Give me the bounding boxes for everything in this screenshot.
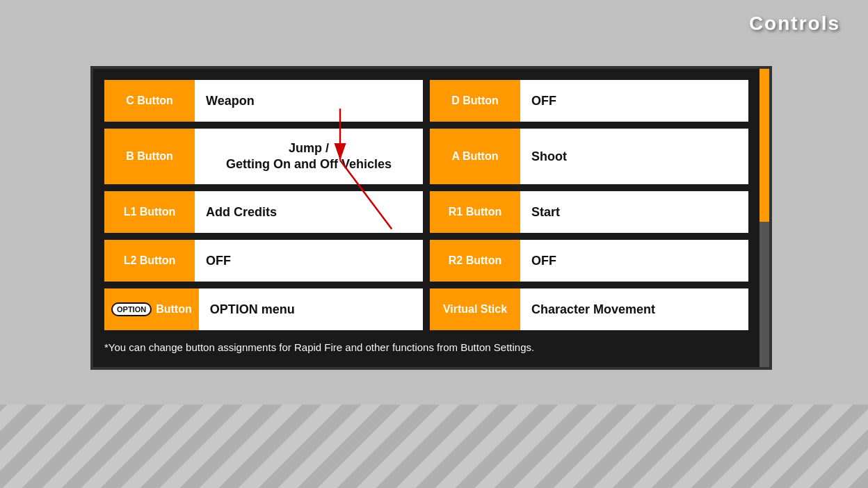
note-text: *You can change button assignments for R… xyxy=(104,340,748,356)
controls-grid: C Button Weapon D Button OFF B Button Ju… xyxy=(104,80,748,330)
l2-button-item: L2 Button OFF xyxy=(104,240,423,282)
d-button-label: D Button xyxy=(430,80,520,122)
b-button-value-line2: Getting On and Off Vehicles xyxy=(226,156,392,172)
control-row-3: L1 Button Add Credits R1 Button Start xyxy=(104,191,748,233)
b-button-item: B Button Jump / Getting On and Off Vehic… xyxy=(104,129,423,184)
virtual-stick-item: Virtual Stick Character Movement xyxy=(430,288,748,330)
a-button-item: A Button Shoot xyxy=(430,129,748,184)
c-button-label: C Button xyxy=(104,80,195,122)
scrollbar-thumb[interactable] xyxy=(760,69,769,222)
l2-button-value: OFF xyxy=(195,240,423,282)
r2-button-label: R2 Button xyxy=(430,240,520,282)
c-button-item: C Button Weapon xyxy=(104,80,423,122)
a-button-label: A Button xyxy=(430,129,520,184)
control-row-4: L2 Button OFF R2 Button OFF xyxy=(104,240,748,282)
b-button-label: B Button xyxy=(104,129,195,184)
r2-button-value: OFF xyxy=(520,240,748,282)
c-button-value: Weapon xyxy=(195,80,423,122)
d-button-item: D Button OFF xyxy=(430,80,748,122)
r1-button-item: R1 Button Start xyxy=(430,191,748,233)
option-button-label: OPTION Button xyxy=(104,288,199,330)
b-button-value-line1: Jump / xyxy=(289,140,329,156)
page-title: Controls xyxy=(749,13,840,35)
b-button-value: Jump / Getting On and Off Vehicles xyxy=(195,129,423,184)
r1-button-value: Start xyxy=(520,191,748,233)
r1-button-label: R1 Button xyxy=(430,191,520,233)
control-row-5: OPTION Button OPTION menu Virtual Stick … xyxy=(104,288,748,330)
l1-button-label: L1 Button xyxy=(104,191,195,233)
option-badge: OPTION xyxy=(111,302,152,316)
option-button-item: OPTION Button OPTION menu xyxy=(104,288,423,330)
r2-button-item: R2 Button OFF xyxy=(430,240,748,282)
option-button-text: Button xyxy=(156,303,192,316)
l2-button-label: L2 Button xyxy=(104,240,195,282)
scrollbar-track[interactable] xyxy=(760,69,769,367)
d-button-value: OFF xyxy=(520,80,748,122)
control-row-1: C Button Weapon D Button OFF xyxy=(104,80,748,122)
controls-panel: C Button Weapon D Button OFF B Button Ju… xyxy=(90,66,772,370)
virtual-stick-label: Virtual Stick xyxy=(430,288,520,330)
option-button-value: OPTION menu xyxy=(199,288,423,330)
a-button-value: Shoot xyxy=(520,129,748,184)
control-row-2: B Button Jump / Getting On and Off Vehic… xyxy=(104,129,748,184)
l1-button-item: L1 Button Add Credits xyxy=(104,191,423,233)
virtual-stick-value: Character Movement xyxy=(520,288,748,330)
background-stripes xyxy=(0,405,868,488)
l1-button-value: Add Credits xyxy=(195,191,423,233)
